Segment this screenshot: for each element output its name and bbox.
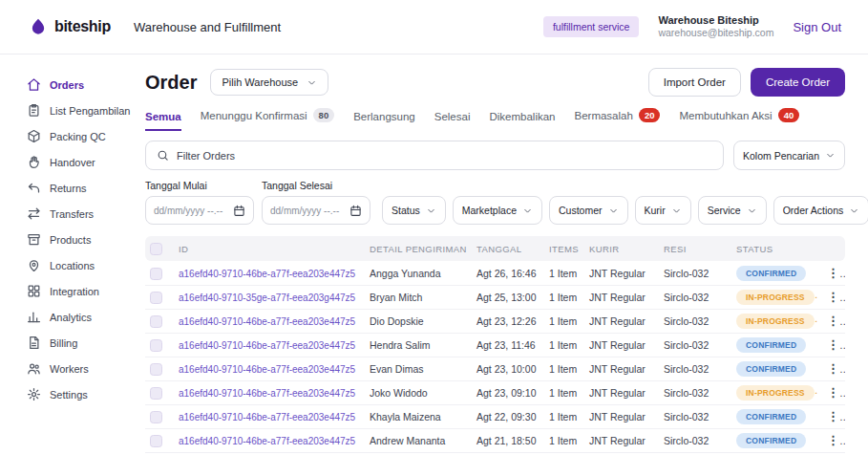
users-icon xyxy=(27,361,41,376)
home-icon xyxy=(27,77,41,92)
app-title: Warehouse and Fulfillment xyxy=(134,20,281,34)
sidebar-item-integration[interactable]: Integration xyxy=(27,278,132,304)
sidebar-item-locations[interactable]: Locations xyxy=(27,252,132,278)
search-column-select[interactable]: Kolom Pencarian xyxy=(733,141,845,170)
warehouse-select[interactable]: Pilih Warehouse xyxy=(210,69,328,96)
row-checkbox[interactable] xyxy=(150,339,162,352)
sidebar-item-products[interactable]: Products xyxy=(27,227,132,252)
date-start-group: Tanggal Mulai dd/mm/yyyy --.-- xyxy=(145,180,254,225)
sidebar-item-label: Settings xyxy=(50,389,88,401)
order-items: 1 Item xyxy=(544,428,584,452)
tab-label: Menunggu Konfirmasi xyxy=(201,110,307,121)
sidebar-item-returns[interactable]: Returns xyxy=(27,175,132,201)
status-badge: IN-PROGRESS xyxy=(736,314,815,329)
order-date: Agt 21, 18:50 xyxy=(472,428,544,452)
customer-name: Joko Widodo xyxy=(365,380,472,404)
chevron-down-icon xyxy=(825,150,836,161)
chart-icon xyxy=(27,310,41,324)
order-id-link[interactable]: a16efd40-9710-46be-a77f-eea203e447z5 xyxy=(179,340,355,351)
order-id-link[interactable]: a16efd40-9710-46be-a77f-eea203e447z5 xyxy=(179,388,355,399)
tab-menunggu-konfirmasi[interactable]: Menunggu Konfirmasi80 xyxy=(201,108,334,131)
row-checkbox[interactable] xyxy=(150,292,162,304)
sidebar-item-orders[interactable]: Orders xyxy=(27,72,132,98)
kebab-menu-icon[interactable]: ⋮ xyxy=(823,266,843,280)
order-resi: Sirclo-032 xyxy=(659,357,731,380)
sidebar-item-label: Returns xyxy=(50,183,87,194)
order-resi: Sirclo-032 xyxy=(659,309,731,333)
sidebar-item-analytics[interactable]: Analytics xyxy=(27,304,132,330)
kebab-menu-icon[interactable]: ⋮ xyxy=(823,314,843,328)
order-id-link[interactable]: a16efd40-9710-46be-a77f-eea203e447z5 xyxy=(179,364,355,375)
sidebar-item-packing-qc[interactable]: Packing QC xyxy=(27,123,132,149)
date-start-input[interactable]: dd/mm/yyyy --.-- xyxy=(145,196,254,225)
sidebar-item-workers[interactable]: Workers xyxy=(27,356,132,381)
fulfillment-service-badge: fulfillment service xyxy=(543,16,640,37)
sidebar-item-transfers[interactable]: Transfers xyxy=(27,201,132,227)
search-icon xyxy=(157,149,169,162)
sidebar-item-label: Packing QC xyxy=(50,131,106,142)
row-checkbox[interactable] xyxy=(150,268,162,280)
order-id-link[interactable]: a16efd40-9710-46be-a77f-eea203e447z5 xyxy=(179,412,355,422)
row-checkbox[interactable] xyxy=(150,387,162,400)
sidebar-item-list-pengambilan[interactable]: List Pengambilan xyxy=(27,98,132,123)
tab-membutuhkan-aksi[interactable]: Membutuhkan Aksi40 xyxy=(679,108,799,131)
tab-berlangsung[interactable]: Berlangsung xyxy=(353,111,415,131)
column-header: DETAIL PENGIRIMAN xyxy=(365,236,472,261)
kebab-menu-icon[interactable]: ⋮ xyxy=(823,409,843,423)
sidebar-item-settings[interactable]: Settings xyxy=(27,381,132,407)
filter-select-service[interactable]: Service xyxy=(698,196,767,225)
table-header-row: IDDETAIL PENGIRIMANTANGGALITEMSKURIRRESI… xyxy=(145,236,845,261)
filter-select-kurir[interactable]: Kurir xyxy=(635,196,691,225)
filter-select-status[interactable]: Status xyxy=(382,196,446,225)
tab-dikembalikan[interactable]: Dikembalikan xyxy=(489,111,555,131)
sign-out-link[interactable]: Sign Out xyxy=(793,20,841,34)
order-resi: Sirclo-032 xyxy=(659,380,731,404)
table-row: a16efd40-9710-46be-a77f-eea203e447z5Joko… xyxy=(145,380,845,404)
archive-icon xyxy=(27,232,41,247)
create-order-button[interactable]: Create Order xyxy=(751,68,845,97)
hand-icon xyxy=(27,155,41,169)
import-order-button[interactable]: Import Order xyxy=(648,68,741,97)
order-id-link[interactable]: a16efd40-9710-35ge-a77f-eea203g447z5 xyxy=(179,292,355,303)
kebab-menu-icon[interactable]: ⋮ xyxy=(823,290,843,304)
filter-orders-searchbox[interactable] xyxy=(145,141,724,170)
sidebar-item-billing[interactable]: Billing xyxy=(27,330,132,356)
chevron-down-icon xyxy=(849,206,859,216)
status-badge: CONFIRMED xyxy=(736,266,806,281)
order-id-link[interactable]: a16efd40-9710-46be-a77f-eea203e447z5 xyxy=(179,436,355,446)
order-id-link[interactable]: a16efd40-9710-46be-a77f-eea203e447z5 xyxy=(179,316,355,327)
tab-bermasalah[interactable]: Bermasalah20 xyxy=(575,108,661,131)
row-checkbox[interactable] xyxy=(150,435,162,447)
sidebar-item-handover[interactable]: Handover xyxy=(27,149,132,175)
date-end-label: Tanggal Selesai xyxy=(262,180,370,191)
sidebar-item-label: Products xyxy=(50,234,91,246)
order-id-link[interactable]: a16efd40-9710-46be-a77f-eea203e447z5 xyxy=(179,269,355,279)
date-end-input[interactable]: dd/mm/yyyy --.-- xyxy=(262,196,370,225)
kebab-menu-icon[interactable]: ⋮ xyxy=(823,433,843,447)
customer-name: Bryan Mitch xyxy=(365,285,472,309)
tab-semua[interactable]: Semua xyxy=(145,111,181,131)
row-checkbox[interactable] xyxy=(150,411,162,423)
row-checkbox[interactable] xyxy=(150,315,162,328)
search-input[interactable] xyxy=(177,150,712,162)
tab-selesai[interactable]: Selesai xyxy=(434,111,471,131)
status-badge: IN-PROGRESS xyxy=(736,290,815,305)
customer-name: Khayla Maizena xyxy=(365,404,472,428)
kebab-menu-icon[interactable]: ⋮ xyxy=(823,361,843,376)
order-courier: JNT Regular xyxy=(584,404,659,428)
chevron-down-icon xyxy=(307,77,317,88)
filter-select-order-actions[interactable]: Order Actions xyxy=(773,196,868,225)
box-icon xyxy=(27,129,41,143)
kebab-menu-icon[interactable]: ⋮ xyxy=(823,337,843,352)
row-checkbox[interactable] xyxy=(150,363,162,376)
order-resi: Sirclo-032 xyxy=(659,285,731,309)
kebab-menu-icon[interactable]: ⋮ xyxy=(823,385,843,400)
orders-table-body: a16efd40-9710-46be-a77f-eea203e447z5Angg… xyxy=(145,261,845,452)
account-name: Warehouse Biteship xyxy=(658,13,773,27)
column-header: ITEMS xyxy=(544,236,584,261)
filter-select-marketplace[interactable]: Marketplace xyxy=(453,196,542,225)
order-resi: Sirclo-032 xyxy=(659,404,731,428)
select-all-checkbox[interactable] xyxy=(150,243,162,255)
chevron-down-icon xyxy=(671,206,682,216)
filter-select-customer[interactable]: Customer xyxy=(549,196,628,225)
